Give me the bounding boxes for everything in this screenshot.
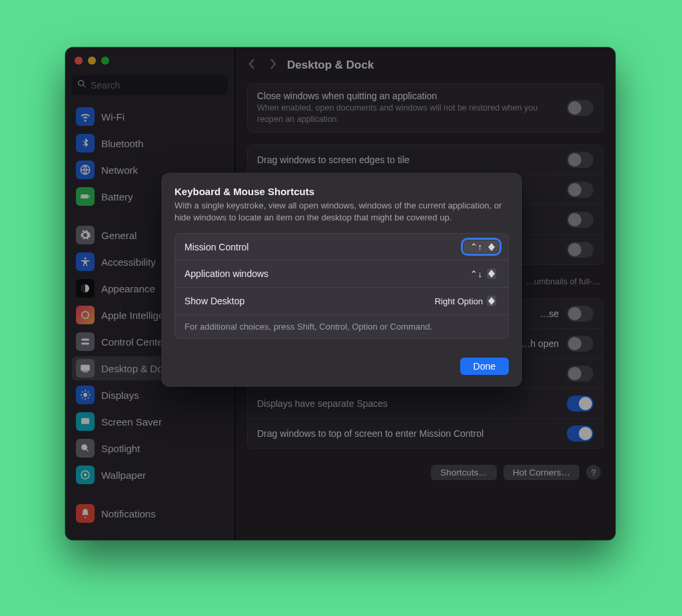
sheet-title: Keyboard & Mouse Shortcuts xyxy=(174,186,509,197)
shortcut-note: For additional choices, press Shift, Con… xyxy=(175,314,508,338)
shortcut-label: Show Desktop xyxy=(184,296,244,306)
shortcut-selector-show-desktop[interactable]: Right Option xyxy=(428,294,499,308)
shortcut-mission-control: Mission Control ⌃↑ xyxy=(175,234,508,260)
shortcut-value: ⌃↑ xyxy=(470,242,484,252)
shortcut-value: Right Option xyxy=(435,296,483,306)
shortcut-list: Mission Control ⌃↑ Application windows ⌃… xyxy=(174,233,509,339)
shortcut-label: Application windows xyxy=(184,268,268,279)
shortcut-show-desktop: Show Desktop Right Option xyxy=(175,287,508,314)
shortcut-selector-app-windows[interactable]: ⌃↓ xyxy=(464,267,500,280)
stepper-icon xyxy=(487,268,496,279)
shortcut-value: ⌃↓ xyxy=(470,269,484,279)
shortcuts-sheet: Keyboard & Mouse Shortcuts With a single… xyxy=(161,172,522,387)
shortcut-application-windows: Application windows ⌃↓ xyxy=(175,260,508,287)
shortcut-label: Mission Control xyxy=(184,242,248,252)
stepper-icon xyxy=(487,296,496,306)
sheet-description: With a single keystroke, view all open w… xyxy=(174,200,509,224)
stepper-icon xyxy=(487,243,496,251)
shortcut-selector-mission-control[interactable]: ⌃↑ xyxy=(464,240,500,253)
done-button[interactable]: Done xyxy=(460,358,509,375)
